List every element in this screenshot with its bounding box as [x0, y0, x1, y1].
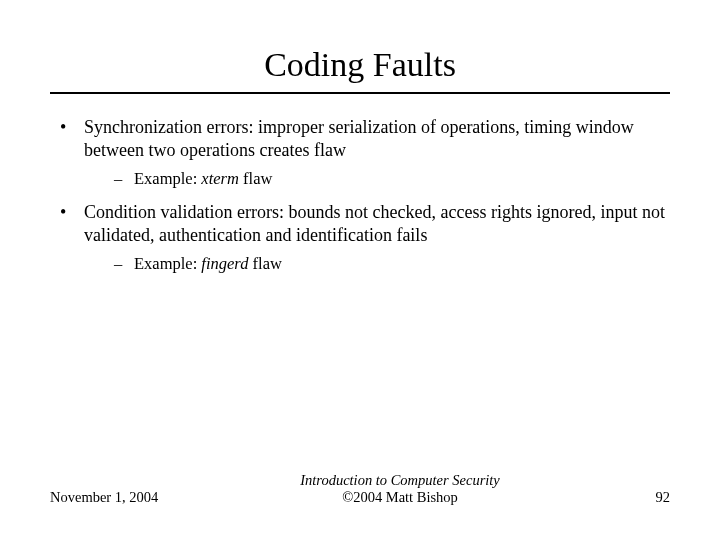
bullet-text: Condition validation errors: bounds not …	[84, 202, 665, 245]
sub-bullet-em: fingerd	[201, 254, 248, 273]
title-rule	[50, 92, 670, 94]
slide-content: Synchronization errors: improper seriali…	[50, 116, 670, 274]
footer-copyright: ©2004 Matt Bishop	[342, 489, 458, 505]
footer-center: Introduction to Computer Security ©2004 …	[190, 472, 610, 506]
sub-bullet-list: Example: fingerd flaw	[84, 253, 670, 274]
sub-bullet-suffix: flaw	[248, 254, 281, 273]
bullet-text: Synchronization errors: improper seriali…	[84, 117, 634, 160]
slide: Coding Faults Synchronization errors: im…	[0, 0, 720, 540]
footer-title-line: Introduction to Computer Security	[300, 472, 500, 488]
sub-bullet-prefix: Example:	[134, 254, 201, 273]
sub-bullet-list: Example: xterm flaw	[84, 168, 670, 189]
bullet-item: Condition validation errors: bounds not …	[50, 201, 670, 274]
bullet-list: Synchronization errors: improper seriali…	[50, 116, 670, 274]
footer-date: November 1, 2004	[50, 489, 190, 506]
slide-title: Coding Faults	[50, 46, 670, 84]
footer-page-number: 92	[610, 489, 670, 506]
bullet-item: Synchronization errors: improper seriali…	[50, 116, 670, 189]
sub-bullet-item: Example: xterm flaw	[84, 168, 670, 189]
sub-bullet-prefix: Example:	[134, 169, 201, 188]
sub-bullet-item: Example: fingerd flaw	[84, 253, 670, 274]
sub-bullet-suffix: flaw	[239, 169, 272, 188]
slide-footer: November 1, 2004 Introduction to Compute…	[50, 472, 670, 506]
sub-bullet-em: xterm	[201, 169, 239, 188]
